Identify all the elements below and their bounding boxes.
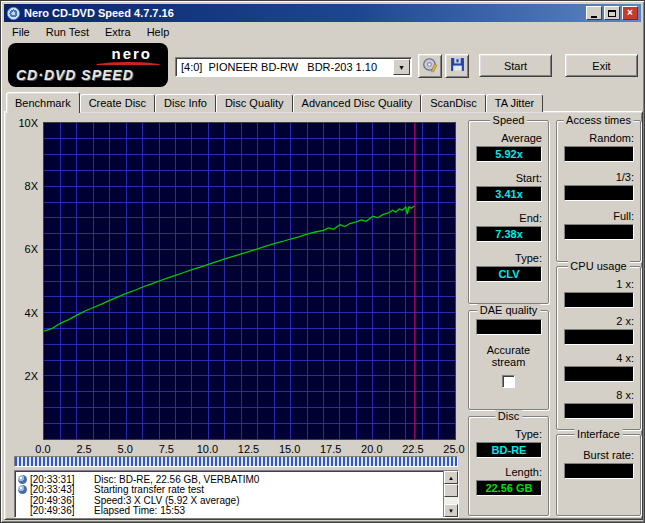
one-third-access-value	[564, 185, 634, 201]
accurate-stream-checkbox	[502, 375, 515, 388]
random-access-label: Random:	[589, 132, 634, 144]
menu-file[interactable]: File	[4, 24, 38, 40]
maximize-button[interactable]	[604, 6, 620, 20]
disc-group: Disc Type: BD-RE Length: 22.56 GB	[468, 416, 549, 516]
chart-x-axis-labels: 0.02.55.07.510.012.515.017.520.022.525.0	[43, 443, 456, 455]
interface-group: Interface Burst rate:	[556, 434, 641, 516]
cpu-1x-value	[564, 292, 634, 308]
x-tick-label: 25.0	[443, 443, 464, 455]
disc-type-label: Type:	[515, 428, 542, 440]
scroll-thumb[interactable]	[444, 484, 458, 497]
y-tick-label: 8X	[25, 180, 38, 192]
scroll-down-button[interactable]: ▼	[444, 504, 458, 517]
speed-group: Speed Average 5.92x Start: 3.41x End: 7.…	[468, 120, 549, 304]
log-message: Disc: BD-RE, 22.56 GB, VERBATIM0	[94, 474, 259, 485]
minimize-button[interactable]	[586, 6, 602, 20]
x-tick-label: 2.5	[76, 443, 91, 455]
accurate-stream-label: Accurate stream	[475, 344, 542, 368]
tab-disc-quality[interactable]: Disc Quality	[216, 94, 293, 112]
maximize-icon	[608, 10, 616, 17]
tab-create-disc[interactable]: Create Disc	[80, 94, 155, 112]
disc-tool-button[interactable]	[418, 54, 442, 78]
cpu-2x-value	[564, 329, 634, 345]
disc-length-label: Length:	[505, 466, 542, 478]
burst-rate-label: Burst rate:	[583, 449, 634, 461]
tab-advanced-disc-quality[interactable]: Advanced Disc Quality	[293, 94, 422, 112]
log-list: [20:33:31] Disc: BD-RE, 22.56 GB, VERBAT…	[15, 471, 443, 517]
menu-help[interactable]: Help	[139, 24, 178, 40]
log-message: Speed:3 X CLV (5.92 X average)	[94, 495, 239, 506]
nero-brand-text: nero	[111, 45, 152, 62]
tab-benchmark[interactable]: Benchmark	[6, 92, 80, 113]
average-speed-value: 5.92x	[476, 146, 542, 162]
tab-disc-info[interactable]: Disc Info	[155, 94, 216, 112]
progress-bar-fill	[15, 457, 457, 466]
dropdown-arrow-icon[interactable]: ▼	[393, 59, 410, 75]
log-row: [20:49:36] Elapsed Time: 15:53	[18, 506, 441, 517]
tab-ta-jitter[interactable]: TA Jitter	[486, 94, 544, 112]
nero-product-text: CD·DVD SPEED	[16, 67, 134, 83]
y-tick-label: 2X	[25, 370, 38, 382]
cpu-usage-group: CPU usage 1 x: 2 x: 4 x: 8 x:	[556, 266, 641, 430]
log-timestamp: [20:33:31]	[30, 474, 84, 485]
speed-type-label: Type:	[515, 252, 542, 264]
app-window: Nero CD-DVD Speed 4.7.7.16 × File Run Te…	[0, 0, 645, 523]
disc-type-value: BD-RE	[476, 442, 542, 458]
exit-button[interactable]: Exit	[565, 54, 638, 77]
close-button[interactable]: ×	[622, 6, 638, 20]
disc-hand-icon	[422, 57, 438, 76]
log-row: [20:49:36] Speed:3 X CLV (5.92 X average…	[18, 495, 441, 506]
y-tick-label: 10X	[18, 117, 38, 129]
nero-logo: nero CD·DVD SPEED	[8, 43, 168, 87]
nero-swoosh-icon	[96, 62, 160, 65]
tab-strip: Benchmark Create Disc Disc Info Disc Qua…	[6, 91, 543, 112]
log-timestamp: [20:49:36]	[30, 495, 84, 506]
log-scrollbar[interactable]: ▲ ▼	[443, 471, 458, 517]
x-tick-label: 0.0	[35, 443, 50, 455]
drive-select-value: [4:0] PIONEER BD-RW BDR-203 1.10	[176, 61, 393, 73]
burst-rate-value	[564, 463, 634, 479]
save-button[interactable]	[445, 54, 469, 78]
speed-group-title: Speed	[490, 114, 528, 126]
access-times-title: Access times	[563, 114, 634, 126]
disc-group-title: Disc	[495, 410, 522, 422]
x-tick-label: 5.0	[118, 443, 133, 455]
disc-icon	[18, 485, 27, 494]
log-message: Starting transfer rate test	[94, 484, 204, 495]
full-access-value	[564, 224, 634, 240]
benchmark-plot	[43, 122, 456, 440]
log-message: Elapsed Time: 15:53	[94, 505, 185, 516]
title-bar: Nero CD-DVD Speed 4.7.7.16 ×	[4, 4, 641, 22]
scroll-up-button[interactable]: ▲	[444, 471, 458, 484]
cpu-4x-value	[564, 366, 634, 382]
app-icon	[7, 7, 20, 20]
x-tick-label: 20.0	[361, 443, 382, 455]
chart-y-axis-labels: 10X8X6X4X2X	[9, 122, 41, 440]
drive-select[interactable]: [4:0] PIONEER BD-RW BDR-203 1.10 ▼	[175, 57, 412, 77]
floppy-icon	[450, 57, 465, 75]
start-button[interactable]: Start	[479, 54, 552, 77]
log-timestamp: [20:33:43]	[30, 484, 84, 495]
scroll-track[interactable]	[444, 484, 458, 504]
y-tick-label: 6X	[25, 243, 38, 255]
log-panel: [20:33:31] Disc: BD-RE, 22.56 GB, VERBAT…	[14, 470, 459, 518]
x-tick-label: 10.0	[197, 443, 218, 455]
log-row: [20:33:43] Starting transfer rate test	[18, 485, 441, 496]
window-title: Nero CD-DVD Speed 4.7.7.16	[24, 7, 586, 19]
tab-scandisc[interactable]: ScanDisc	[421, 94, 485, 112]
end-speed-value: 7.38x	[476, 226, 542, 242]
one-third-access-label: 1/3:	[616, 171, 634, 183]
disc-icon	[18, 475, 27, 484]
cpu-2x-label: 2 x:	[616, 315, 634, 327]
menu-run-test[interactable]: Run Test	[38, 24, 97, 40]
menu-extra[interactable]: Extra	[97, 24, 139, 40]
minimize-icon	[591, 16, 597, 18]
x-tick-label: 17.5	[320, 443, 341, 455]
dae-quality-value	[476, 319, 542, 335]
average-label: Average	[501, 132, 542, 144]
dae-quality-title: DAE quality	[477, 304, 540, 316]
x-tick-label: 22.5	[402, 443, 423, 455]
speed-type-value: CLV	[476, 266, 542, 282]
log-row: [20:33:31] Disc: BD-RE, 22.56 GB, VERBAT…	[18, 474, 441, 485]
start-speed-value: 3.41x	[476, 186, 542, 202]
